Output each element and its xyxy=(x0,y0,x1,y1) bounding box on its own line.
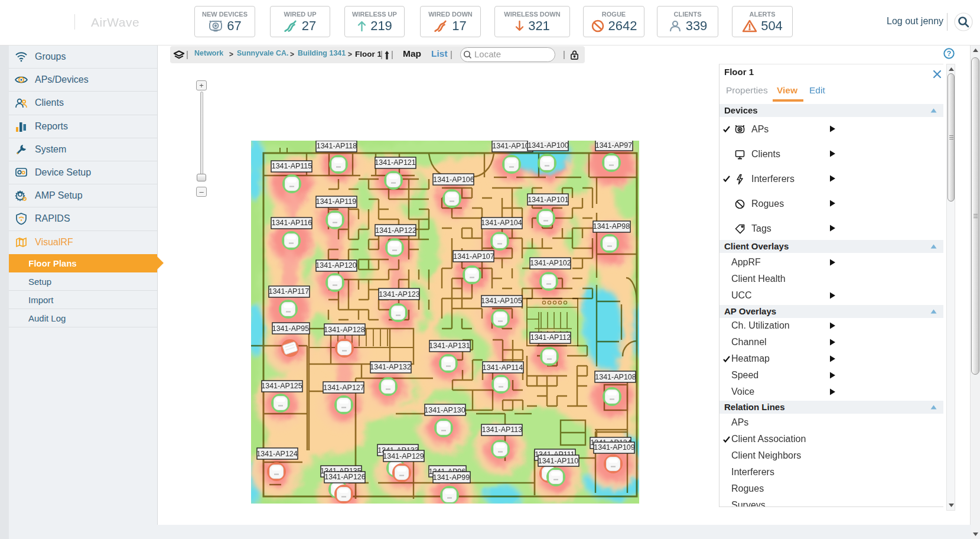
svg-text:1341-AP127: 1341-AP127 xyxy=(323,384,364,392)
svg-text:1341-AP118: 1341-AP118 xyxy=(317,142,357,150)
svg-text:1341-AP130: 1341-AP130 xyxy=(424,406,465,414)
svg-text:1341-AP104: 1341-AP104 xyxy=(481,219,522,227)
svg-text:1341-AP113: 1341-AP113 xyxy=(482,426,523,434)
svg-text:1341-AP108: 1341-AP108 xyxy=(595,373,636,381)
svg-text:1341-AP123: 1341-AP123 xyxy=(379,290,420,298)
svg-text:1341-AP97: 1341-AP97 xyxy=(595,141,633,150)
svg-text:?: ? xyxy=(947,50,952,58)
svg-text:1341-AP117: 1341-AP117 xyxy=(269,287,310,296)
svg-text:1341-AP100: 1341-AP100 xyxy=(528,141,569,150)
svg-text:1341-AP112: 1341-AP112 xyxy=(530,333,571,342)
svg-text:1341-AP105: 1341-AP105 xyxy=(481,297,522,305)
svg-text:1341-AP99: 1341-AP99 xyxy=(433,473,470,482)
svg-text:1341-AP107: 1341-AP107 xyxy=(453,252,494,261)
svg-text:1341-AP121: 1341-AP121 xyxy=(375,158,416,167)
svg-text:1341-AP116: 1341-AP116 xyxy=(272,219,312,227)
svg-text:1341-AP95: 1341-AP95 xyxy=(272,324,310,333)
svg-text:1341-AP124: 1341-AP124 xyxy=(256,450,298,458)
svg-text:1341-AP102: 1341-AP102 xyxy=(530,259,571,267)
svg-text:1341-AP101: 1341-AP101 xyxy=(528,196,569,204)
svg-text:1341-AP128: 1341-AP128 xyxy=(324,326,365,334)
svg-text:1341-AP120: 1341-AP120 xyxy=(315,261,357,270)
svg-text:1341-AP109: 1341-AP109 xyxy=(594,443,635,452)
svg-text:1341-AP114: 1341-AP114 xyxy=(483,363,523,372)
svg-text:1341-AP131: 1341-AP131 xyxy=(429,342,470,350)
svg-text:1341-AP132: 1341-AP132 xyxy=(370,363,411,371)
svg-text:1341-AP106: 1341-AP106 xyxy=(433,176,474,184)
svg-text:1341-AP119: 1341-AP119 xyxy=(316,197,357,206)
svg-text:1341-AP122: 1341-AP122 xyxy=(375,226,416,235)
svg-text:1341-AP110: 1341-AP110 xyxy=(538,457,579,465)
svg-text:1341-AP129: 1341-AP129 xyxy=(383,452,424,460)
svg-text:1341-AP125: 1341-AP125 xyxy=(261,382,302,390)
svg-text:1341-AP126: 1341-AP126 xyxy=(324,473,366,481)
svg-text:1341-AP115: 1341-AP115 xyxy=(272,162,312,170)
svg-text:1341-AP98: 1341-AP98 xyxy=(593,222,630,230)
